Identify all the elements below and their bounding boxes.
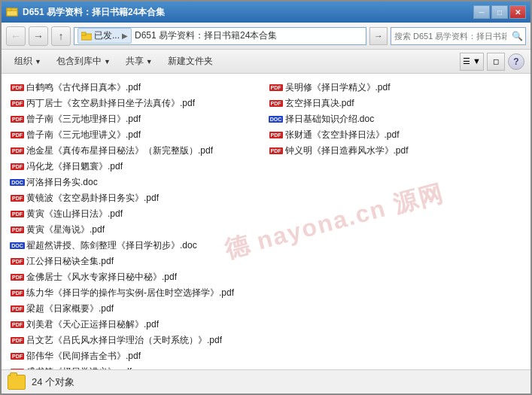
list-item[interactable]: PDF 钟义明《择日造葬风水学》.pdf — [266, 143, 525, 159]
doc-icon: DOC — [11, 178, 24, 188]
pdf-icon: PDF — [11, 351, 24, 362]
hide-pane-button[interactable]: ◻ — [487, 53, 505, 71]
toolbar-right: ☰ ▼ ◻ ? — [460, 53, 524, 71]
minimize-button[interactable]: ─ — [473, 5, 490, 19]
path-current-label: D651 易学资料：择日书籍24本合集 — [135, 29, 277, 42]
new-folder-button[interactable]: 新建文件夹 — [161, 53, 220, 71]
file-list: PDF 白鹤鸣《古代择日真本》.pdf PDF 丙丁居士《玄空易卦择日坐子法真传… — [2, 74, 530, 369]
pdf-icon: PDF — [11, 272, 24, 283]
back-button[interactable]: ← — [6, 26, 26, 46]
include-library-button[interactable]: 包含到库中 ▼ — [50, 53, 117, 71]
file-column-left: PDF 白鹤鸣《古代择日真本》.pdf PDF 丙丁居士《玄空易卦择日坐子法真传… — [8, 80, 266, 369]
doc-icon: DOC — [11, 241, 24, 251]
svg-rect-2 — [7, 8, 11, 11]
pdf-icon: PDF — [11, 193, 24, 204]
list-item[interactable]: PDF 梁超《日家概要》.pdf — [8, 301, 266, 317]
include-chevron-icon: ▼ — [104, 58, 111, 65]
window-icon — [6, 6, 18, 18]
pdf-icon: PDF — [269, 130, 283, 141]
list-item[interactable]: PDF 白鹤鸣《古代择日真本》.pdf — [8, 80, 266, 96]
maximize-button[interactable]: □ — [491, 5, 508, 19]
pdf-icon: PDF — [269, 83, 283, 93]
list-item[interactable]: PDF 曾子南《三元地理讲义》.pdf — [8, 127, 266, 143]
pdf-icon: PDF — [269, 99, 283, 109]
nav-bar: ← → ↑ 已发... ▶ D651 易学资料：择日书籍24本合集 → 🔍 — [2, 23, 530, 50]
pdf-icon: PDF — [269, 146, 283, 156]
status-bar: 24 个对象 — [2, 369, 530, 393]
organize-chevron-icon: ▼ — [35, 58, 41, 65]
address-bar[interactable]: 已发... ▶ D651 易学资料：择日书籍24本合集 — [74, 27, 366, 45]
file-column-right: PDF 吴明修《择日学精义》.pdf PDF 玄空择日真决.pdf DOC 择日… — [266, 80, 525, 369]
list-item[interactable]: PDF 池金星《真传布星择日秘法》（新完整版）.pdf — [8, 143, 266, 159]
list-item[interactable]: PDF 邵伟华《民间择吉全书》.pdf — [8, 348, 266, 364]
search-box: 🔍 — [391, 27, 526, 45]
list-item[interactable]: PDF 吕文艺《吕氏风水择日学理治（天时系统）》.pdf — [8, 333, 266, 348]
view-options-button[interactable]: ☰ ▼ — [460, 53, 484, 71]
pdf-icon: PDF — [11, 114, 24, 125]
list-item[interactable]: PDF 冯化龙《择日魍寰》.pdf — [8, 159, 266, 175]
doc-icon: DOC — [269, 114, 283, 125]
list-item[interactable]: PDF 丙丁居士《玄空易卦择日坐子法真传》.pdf — [8, 96, 266, 111]
pdf-icon: PDF — [11, 209, 24, 220]
pdf-icon: PDF — [11, 257, 24, 267]
list-item[interactable]: PDF 练力华《择日学的操作与实例-居住时空选择学》.pdf — [8, 285, 266, 301]
list-item[interactable]: PDF 盛书笙《择日学讲义》.pdf — [8, 364, 266, 369]
window-title: D651 易学资料：择日书籍24本合集 — [23, 6, 165, 19]
status-folder-icon — [8, 375, 26, 390]
share-chevron-icon: ▼ — [146, 58, 153, 65]
title-bar-left: D651 易学资料：择日书籍24本合集 — [6, 6, 165, 19]
list-item[interactable]: DOC 翟超然讲授、陈剑整理《择日学初步》.doc — [8, 238, 266, 254]
list-item[interactable]: PDF 刘美君《天心正运择日秘解》.pdf — [8, 317, 266, 333]
path-parent[interactable]: 已发... ▶ — [78, 28, 132, 44]
organize-button[interactable]: 组织 ▼ — [8, 53, 48, 71]
status-count: 24 个对象 — [32, 375, 74, 389]
main-window: D651 易学资料：择日书籍24本合集 ─ □ ✕ ← → ↑ 已发... ▶ … — [0, 0, 532, 395]
list-item[interactable]: PDF 江公择日秘诀全集.pdf — [8, 254, 266, 269]
folder-icon-small — [81, 32, 92, 41]
go-button[interactable]: → — [369, 27, 388, 45]
svg-rect-1 — [7, 11, 17, 16]
toolbar: 组织 ▼ 包含到库中 ▼ 共享 ▼ 新建文件夹 ☰ ▼ ◻ ? — [2, 50, 530, 74]
list-item[interactable]: PDF 吴明修《择日学精义》.pdf — [266, 80, 525, 96]
list-item[interactable]: PDF 金佛居士《风水专家择日秘中秘》.pdf — [8, 269, 266, 285]
pdf-icon: PDF — [11, 225, 24, 235]
list-item[interactable]: PDF 张财通《玄空卦择日法》.pdf — [266, 127, 525, 143]
pdf-icon: PDF — [11, 146, 24, 156]
up-button[interactable]: ↑ — [51, 26, 71, 46]
pdf-icon: PDF — [11, 288, 24, 299]
pdf-icon: PDF — [11, 336, 24, 346]
title-bar: D651 易学资料：择日书籍24本合集 ─ □ ✕ — [2, 2, 530, 23]
list-item[interactable]: PDF 玄空择日真决.pdf — [266, 96, 525, 111]
list-item[interactable]: DOC 择日基础知识介绍.doc — [266, 111, 525, 127]
path-parent-label: 已发... — [94, 29, 120, 42]
pdf-icon: PDF — [11, 304, 24, 314]
pdf-icon: PDF — [11, 83, 24, 93]
share-button[interactable]: 共享 ▼ — [119, 53, 160, 71]
list-item[interactable]: PDF 黄寅《连山择日法》.pdf — [8, 206, 266, 222]
list-item[interactable]: PDF 黄寅《星海说》.pdf — [8, 222, 266, 238]
title-bar-buttons: ─ □ ✕ — [473, 5, 526, 19]
list-item[interactable]: PDF 曾子南《三元地理择日》.pdf — [8, 111, 266, 127]
search-button[interactable]: 🔍 — [509, 28, 526, 44]
svg-rect-4 — [81, 32, 86, 35]
pdf-icon: PDF — [11, 130, 24, 141]
pdf-icon: PDF — [11, 320, 24, 330]
forward-button[interactable]: → — [29, 26, 48, 46]
search-input[interactable] — [391, 32, 509, 41]
list-item[interactable]: PDF 黄镜波《玄空易卦择日务实》.pdf — [8, 190, 266, 206]
pdf-icon: PDF — [11, 367, 24, 370]
path-chevron: ▶ — [122, 32, 128, 40]
close-button[interactable]: ✕ — [509, 5, 526, 19]
list-item[interactable]: DOC 河洛择日务实.doc — [8, 175, 266, 190]
pdf-icon: PDF — [11, 162, 24, 172]
help-button[interactable]: ? — [508, 53, 524, 70]
pdf-icon: PDF — [11, 99, 24, 109]
